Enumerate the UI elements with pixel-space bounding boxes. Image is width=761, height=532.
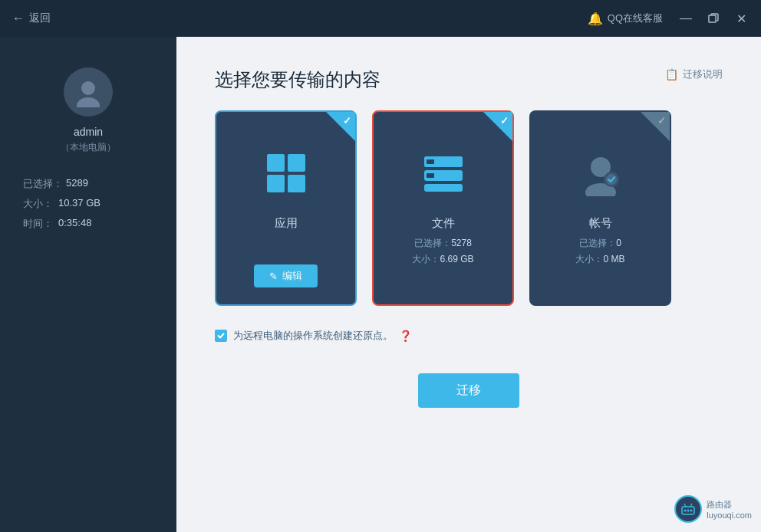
window-controls: — ✕ — [678, 11, 749, 26]
account-check-mark: ✓ — [657, 115, 666, 126]
sub-label: （本地电脑） — [61, 141, 116, 154]
router-icon — [680, 501, 697, 517]
back-button[interactable]: ← 返回 — [12, 11, 51, 25]
svg-point-1 — [81, 81, 95, 95]
qq-service-button[interactable]: 🔔 QQ在线客服 — [588, 11, 663, 26]
back-arrow-icon: ← — [12, 11, 25, 25]
sidebar: admin （本地电脑） 已选择： 5289 大小： 10.37 GB 时间： … — [0, 37, 176, 532]
svg-point-14 — [684, 510, 687, 512]
migrate-button[interactable]: 迁移 — [418, 373, 519, 408]
edit-icon: ✎ — [269, 271, 278, 282]
apps-card-title: 应用 — [275, 216, 298, 231]
apps-icon — [255, 143, 317, 204]
account-size-stat: 大小：0 MB — [575, 253, 624, 266]
files-selected-stat: 已选择：5278 — [414, 237, 472, 250]
page-title: 选择您要传输的内容 — [215, 67, 723, 92]
restore-button[interactable] — [706, 11, 721, 26]
svg-rect-6 — [424, 184, 463, 192]
svg-rect-0 — [709, 15, 716, 22]
files-card[interactable]: ✓ 文件 已选择：5278 大小：6.69 GB — [372, 110, 514, 306]
checkbox-label: 为远程电脑的操作系统创建还原点。 — [233, 329, 393, 343]
account-card-title: 帐号 — [589, 216, 612, 231]
back-label: 返回 — [29, 11, 51, 25]
migration-note-button[interactable]: 📋 迁移说明 — [665, 67, 723, 81]
files-selected-count: 5278 — [451, 238, 472, 248]
account-selected-count: 0 — [616, 238, 621, 248]
logo-name: 路由器 — [707, 499, 752, 511]
logo-badge: 路由器 luyouqi.com — [674, 495, 752, 523]
time-value: 0:35:48 — [58, 217, 91, 231]
selected-label: 已选择： — [23, 177, 63, 191]
files-size-value: 6.69 GB — [440, 254, 473, 264]
username: admin — [74, 126, 103, 138]
stat-time: 时间： 0:35:48 — [23, 217, 153, 231]
time-label: 时间： — [23, 217, 55, 231]
main-content: 选择您要传输的内容 📋 迁移说明 ✓ 应用 ✎ 编辑 — [176, 37, 761, 532]
minimize-button[interactable]: — — [678, 11, 693, 26]
svg-point-2 — [77, 97, 100, 107]
user-avatar-icon — [73, 77, 104, 107]
question-icon[interactable]: ❓ — [399, 330, 412, 342]
account-card[interactable]: ✓ 帐号 已选择：0 大小：0 MB — [529, 110, 671, 306]
qq-service-label: QQ在线客服 — [608, 11, 663, 25]
size-value: 10.37 GB — [58, 197, 100, 211]
svg-point-16 — [690, 510, 693, 512]
restore-point-checkbox[interactable] — [215, 330, 227, 342]
bell-icon: 🔔 — [588, 11, 603, 26]
account-icon — [570, 143, 631, 204]
size-label: 大小： — [23, 197, 55, 211]
title-bar: ← 返回 🔔 QQ在线客服 — ✕ — [0, 0, 761, 37]
account-selected-stat: 已选择：0 — [579, 237, 621, 250]
checkbox-row: 为远程电脑的操作系统创建还原点。 ❓ — [215, 329, 723, 343]
stats-panel: 已选择： 5289 大小： 10.37 GB 时间： 0:35:48 — [0, 177, 176, 237]
files-check-mark: ✓ — [500, 115, 509, 126]
files-size-stat: 大小：6.69 GB — [412, 253, 473, 266]
svg-point-15 — [687, 510, 690, 512]
logo-circle — [674, 495, 702, 523]
stat-size: 大小： 10.37 GB — [23, 197, 153, 211]
migrate-btn-container: 迁移 — [215, 373, 723, 408]
apps-check-mark: ✓ — [343, 115, 351, 126]
close-button[interactable]: ✕ — [733, 11, 749, 26]
note-icon: 📋 — [665, 68, 678, 80]
files-icon — [413, 143, 474, 204]
svg-rect-8 — [427, 173, 434, 178]
svg-rect-7 — [427, 159, 434, 164]
logo-url: luyouqi.com — [707, 511, 752, 520]
files-card-title: 文件 — [432, 216, 455, 231]
stat-selected: 已选择： 5289 — [23, 177, 153, 191]
apps-card[interactable]: ✓ 应用 ✎ 编辑 — [215, 110, 357, 306]
edit-label: 编辑 — [282, 269, 302, 283]
migration-note-label: 迁移说明 — [683, 67, 723, 81]
cards-container: ✓ 应用 ✎ 编辑 ✓ — [215, 110, 723, 306]
selected-value: 5289 — [66, 177, 88, 191]
edit-button[interactable]: ✎ 编辑 — [254, 264, 318, 287]
title-bar-right: 🔔 QQ在线客服 — ✕ — [588, 11, 749, 26]
avatar — [64, 67, 113, 117]
account-size-value: 0 MB — [603, 254, 624, 264]
